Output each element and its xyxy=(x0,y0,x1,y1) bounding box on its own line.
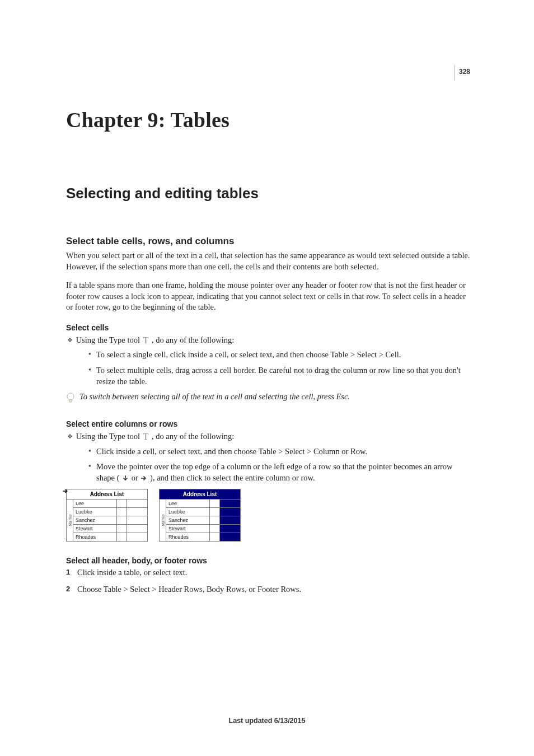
bullet-list: Click inside a cell, or select text, and… xyxy=(66,446,470,484)
figure-table-after: Address List Name Lee Luebke Sanchez Ste… xyxy=(159,489,241,542)
figure-cell: Lee xyxy=(73,500,117,508)
list-item-text: ), and then click to select the entire c… xyxy=(150,473,315,482)
lead-line: ❖ Using the Type tool T , do any of the … xyxy=(66,334,470,347)
sub-heading: Select cells xyxy=(66,323,470,332)
figure-cell: Sanchez xyxy=(73,516,117,525)
lead-text: Using the Type tool xyxy=(76,432,142,441)
type-tool-icon: T xyxy=(142,431,150,443)
page-number-wrap: 328 xyxy=(459,66,470,76)
figure: Address List Name Lee Luebke Sanchez Ste… xyxy=(66,489,470,542)
page-number: 328 xyxy=(459,68,470,76)
svg-point-0 xyxy=(67,393,74,400)
step-list: Click inside a table, or select text. Ch… xyxy=(66,567,470,595)
lead-text: , do any of the following: xyxy=(152,432,234,441)
list-item: To select a single cell, click inside a … xyxy=(88,349,470,361)
topic-heading: Select table cells, rows, and columns xyxy=(66,236,470,247)
body-text: When you select part or all of the text … xyxy=(66,250,470,272)
figure-side-label: Name xyxy=(67,500,73,541)
tip-text: To switch between selecting all of the t… xyxy=(79,391,350,403)
step-item: Choose Table > Select > Header Rows, Bod… xyxy=(66,584,470,595)
sub-heading: Select all header, body, or footer rows xyxy=(66,556,470,565)
arrow-down-icon xyxy=(121,474,129,482)
list-item: To select multiple cells, drag across a … xyxy=(88,365,470,387)
figure-cell: Luebke xyxy=(73,508,117,516)
figure-header: Address List xyxy=(67,489,147,500)
figure-side-label: Name xyxy=(160,500,166,541)
figure-cell: Lee xyxy=(166,500,210,508)
figure-table-before: Address List Name Lee Luebke Sanchez Ste… xyxy=(66,489,148,542)
bullet-list: To select a single cell, click inside a … xyxy=(66,349,470,387)
chapter-title: Chapter 9: Tables xyxy=(66,108,470,132)
list-item-text: or xyxy=(132,473,140,482)
list-item: Click inside a cell, or select text, and… xyxy=(88,446,470,458)
diamond-bullet-icon: ❖ xyxy=(66,432,74,441)
lead-line: ❖ Using the Type tool T , do any of the … xyxy=(66,431,470,443)
step-item: Click inside a table, or select text. xyxy=(66,567,470,578)
figure-cell: Rhoades xyxy=(73,533,117,541)
lightbulb-icon xyxy=(66,393,75,404)
page-footer: Last updated 6/13/2015 xyxy=(0,717,534,725)
lead-text: Using the Type tool xyxy=(76,335,142,344)
page-number-rule xyxy=(454,65,455,81)
page: 328 Chapter 9: Tables Selecting and edit… xyxy=(0,0,534,756)
figure-cell: Rhoades xyxy=(166,533,210,541)
figure-header: Address List xyxy=(160,489,240,500)
figure-cell: Stewart xyxy=(73,525,117,533)
figure-cell: Stewart xyxy=(166,525,210,533)
sub-heading: Select entire columns or rows xyxy=(66,419,470,428)
tip: To switch between selecting all of the t… xyxy=(66,391,470,404)
arrow-right-icon xyxy=(62,488,69,494)
body-text: If a table spans more than one frame, ho… xyxy=(66,280,470,313)
lead-text: , do any of the following: xyxy=(152,335,234,344)
figure-cell: Luebke xyxy=(166,508,210,516)
figure-cell: Sanchez xyxy=(166,516,210,525)
list-item: Move the pointer over the top edge of a … xyxy=(88,461,470,483)
section-title: Selecting and editing tables xyxy=(66,185,470,202)
arrow-right-icon xyxy=(140,474,148,482)
type-tool-icon: T xyxy=(142,334,150,347)
diamond-bullet-icon: ❖ xyxy=(66,336,74,344)
